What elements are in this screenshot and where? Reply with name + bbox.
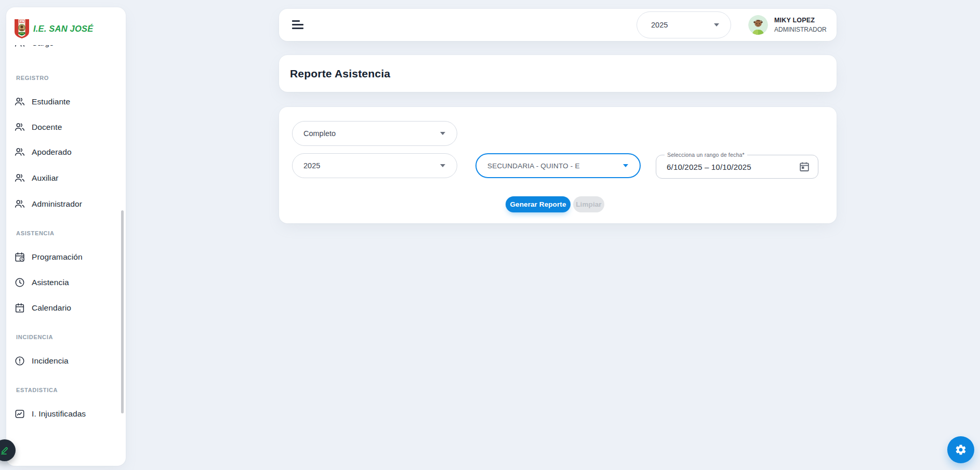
sidebar-item-apoderado[interactable]: Apoderado [14,140,117,165]
year-dropdown-value: 2025 [651,21,668,29]
pencil-icon [0,445,10,455]
sidebar: I.E. I.E. SAN JOSÉ Cargo REGISTRO Estudi… [6,7,126,466]
user-role: ADMINISTRADOR [774,25,827,34]
report-type-value: Completo [303,129,336,138]
brand-name: I.E. SAN JOSÉ [33,24,93,34]
svg-text:I.E.: I.E. [20,21,23,23]
chevron-down-icon [440,164,445,167]
sidebar-item-label: Auxiliar [32,173,59,183]
page-title: Reporte Asistencia [290,68,390,80]
section-header-incidencia: INCIDENCIA [16,334,53,340]
date-range-field[interactable]: Selecciona un rango de fecha* 6/10/2025 … [656,155,818,179]
section-header-asistencia: ASISTENCIA [16,230,55,236]
sidebar-item-label: Programación [32,252,83,262]
sidebar-item-label: Asistencia [32,278,69,287]
calendar-picker-icon[interactable] [798,160,811,173]
sidebar-item-label: Estudiante [32,97,70,106]
section-header-registro: REGISTRO [16,75,49,81]
people-icon [14,146,25,158]
sidebar-item-label: Apoderado [32,147,72,157]
clock-icon [14,277,25,288]
sidebar-item-estudiante[interactable]: Estudiante [14,89,117,114]
sidebar-item-auxiliar[interactable]: Auxiliar [14,166,117,191]
chevron-down-icon [714,23,719,26]
sidebar-item-label: Calendario [32,303,71,313]
report-title-card: Reporte Asistencia [279,55,837,92]
sidebar-item-cargo[interactable]: Cargo [14,45,112,53]
sidebar-item-label: Docente [32,123,62,132]
avatar-image [748,15,768,35]
sidebar-item-label: Administrador [32,199,82,209]
people-icon [14,96,25,108]
section-header-estadistica: ESTADISTICA [16,387,58,393]
calendar-icon [14,302,25,314]
chart-line-icon [14,408,25,420]
sidebar-item-injustificadas[interactable]: I. Injustificadas [14,401,117,426]
calendar-clock-icon [14,251,25,263]
alert-circle-icon [14,355,25,367]
menu-icon[interactable] [292,20,304,30]
school-crest-logo: I.E. [14,19,30,39]
sidebar-item-calendario[interactable]: Calendario [14,296,117,320]
chevron-down-icon [440,132,445,135]
sidebar-item-label: Cargo [32,45,54,48]
user-info[interactable]: MIKY LOPEZ ADMINISTRADOR [774,16,827,34]
sidebar-item-programacion[interactable]: Programación [14,245,117,270]
year-select[interactable]: 2025 [292,153,457,178]
sidebar-item-incidencia[interactable]: Incidencia [14,348,117,373]
avatar[interactable] [748,15,768,35]
people-icon [14,45,25,49]
sidebar-item-administrador[interactable]: Administrador [14,192,117,217]
gear-icon [955,444,967,456]
report-form-card: Completo 2025 SECUNDARIA - QUINTO - E Se… [279,107,837,223]
generate-report-button[interactable]: Generar Reporte [506,196,571,212]
date-range-value: 6/10/2025 – 10/10/2025 [667,163,751,171]
people-icon [14,198,25,210]
settings-fab[interactable] [947,436,974,463]
topbar: 2025 MIKY LOPEZ ADMINISTRADOR [279,9,837,41]
section-select-focused[interactable]: SECUNDARIA - QUINTO - E [475,153,641,178]
year-select-value: 2025 [303,162,320,170]
sidebar-item-label: Incidencia [32,356,69,366]
sidebar-item-asistencia[interactable]: Asistencia [14,270,117,295]
sidebar-scrollbar[interactable] [121,210,124,413]
people-icon [14,172,25,184]
people-icon [14,122,25,133]
year-dropdown[interactable]: 2025 [637,11,731,38]
section-select-value: SECUNDARIA - QUINTO - E [487,162,580,170]
clear-button[interactable]: Limpiar [573,196,604,212]
chevron-down-icon [623,164,628,167]
user-name: MIKY LOPEZ [774,16,827,24]
sidebar-item-docente[interactable]: Docente [14,115,117,140]
date-range-label: Selecciona un rango de fecha* [665,152,747,158]
report-type-select[interactable]: Completo [292,121,457,146]
brand[interactable]: I.E. I.E. SAN JOSÉ [14,19,93,39]
sidebar-item-label: I. Injustificadas [32,409,86,419]
